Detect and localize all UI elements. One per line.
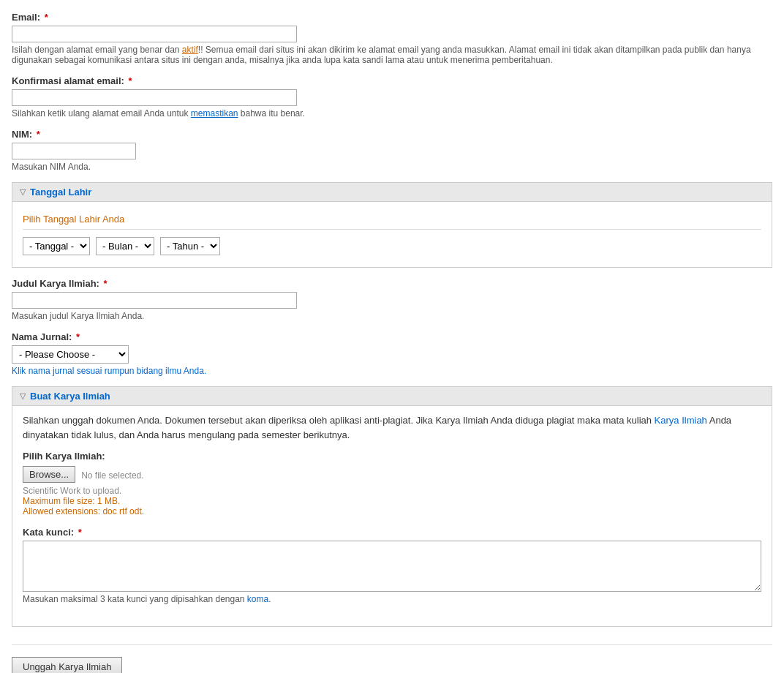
judul-group: Judul Karya Ilmiah: * Masukan judul Kary… <box>12 278 772 321</box>
buat-karya-fieldset: ▽ Buat Karya Ilmiah Silahkan unggah doku… <box>12 386 772 627</box>
email-input[interactable] <box>12 26 297 42</box>
upload-hint1: Scientific Work to upload. <box>23 486 761 496</box>
konfirmasi-hint-memastikan: memastikan <box>191 108 238 119</box>
nama-jurnal-label: Nama Jurnal: * <box>12 331 772 342</box>
tahun-select[interactable]: - Tahun - <box>160 237 220 255</box>
nim-hint: Masukan NIM Anda. <box>12 162 772 172</box>
konfirmasi-hint: Silahkan ketik ulang alamat email Anda u… <box>12 108 772 119</box>
no-file-text: No file selected. <box>81 470 143 481</box>
buat-karya-legend-text: Buat Karya Ilmiah <box>30 391 110 402</box>
file-upload-row: Browse... No file selected. <box>23 466 761 483</box>
konfirmasi-group: Konfirmasi alamat email: * Silahkan keti… <box>12 75 772 119</box>
collapse-icon: ▽ <box>20 187 26 197</box>
judul-input[interactable] <box>12 292 297 309</box>
buat-karya-hint: Silahkan unggah dokumen Anda. Dokumen te… <box>23 413 761 442</box>
konfirmasi-hint-text2: bahwa itu benar. <box>238 108 305 119</box>
judul-label-text: Judul Karya Ilmiah: <box>12 278 99 289</box>
kata-kunci-label-text: Kata kunci: <box>23 527 74 538</box>
buat-karya-legend: ▽ Buat Karya Ilmiah <box>12 387 772 406</box>
kata-kunci-required: * <box>78 527 82 538</box>
nama-jurnal-group: Nama Jurnal: * - Please Choose - Klik na… <box>12 331 772 376</box>
date-selects-row: - Tanggal - - Bulan - - Tahun - <box>23 237 761 255</box>
konfirmasi-required: * <box>129 75 132 86</box>
submit-button[interactable]: Unggah Karya Ilmiah <box>12 657 122 673</box>
email-required: * <box>45 12 48 23</box>
email-group: Email: * Isilah dengan alamat email yang… <box>12 12 772 65</box>
kata-kunci-hint-koma: koma <box>247 594 268 604</box>
nim-label-text: NIM: <box>12 129 32 140</box>
buat-collapse-icon: ▽ <box>20 391 26 401</box>
tanggal-lahir-legend-text: Tanggal Lahir <box>30 187 91 198</box>
email-label: Email: * <box>12 12 772 23</box>
kata-kunci-hint: Masukan maksimal 3 kata kunci yang dipis… <box>23 594 761 604</box>
konfirmasi-label: Konfirmasi alamat email: * <box>12 75 772 86</box>
judul-label: Judul Karya Ilmiah: * <box>12 278 772 289</box>
upload-hint2: Maximum file size: 1 MB. <box>23 496 761 506</box>
bulan-select[interactable]: - Bulan - <box>96 237 154 255</box>
kata-kunci-hint-text1: Masukan maksimal 3 kata kunci yang dipis… <box>23 594 247 604</box>
pilih-karya-label-text: Pilih Karya Ilmiah: <box>23 451 105 462</box>
nama-jurnal-label-text: Nama Jurnal: <box>12 331 72 342</box>
pilih-karya-label: Pilih Karya Ilmiah: <box>23 451 761 462</box>
email-hint-text1: Isilah dengan alamat email yang benar da… <box>12 45 182 55</box>
nama-jurnal-hint: Klik nama jurnal sesuai rumpun bidang il… <box>12 366 772 376</box>
nim-label: NIM: * <box>12 129 772 140</box>
email-hint-aktif: aktif <box>182 45 198 55</box>
kata-kunci-label: Kata kunci: * <box>23 527 761 538</box>
browse-button[interactable]: Browse... <box>23 466 75 483</box>
nama-jurnal-required: * <box>76 331 80 342</box>
tanggal-select[interactable]: - Tanggal - <box>23 237 90 255</box>
judul-required: * <box>104 278 108 289</box>
buat-hint-karya: Karya Ilmiah <box>655 415 707 426</box>
upload-hint3: Allowed extensions: doc rtf odt. <box>23 506 761 516</box>
tanggal-lahir-fieldset: ▽ Tanggal Lahir Pilih Tanggal Lahir Anda… <box>12 182 772 268</box>
email-hint: Isilah dengan alamat email yang benar da… <box>12 45 772 65</box>
nim-group: NIM: * Masukan NIM Anda. <box>12 129 772 172</box>
buat-karya-body: Silahkan unggah dokumen Anda. Dokumen te… <box>12 406 772 626</box>
tanggal-lahir-body: Pilih Tanggal Lahir Anda - Tanggal - - B… <box>12 202 772 267</box>
page-container: Email: * Isilah dengan alamat email yang… <box>0 0 784 673</box>
nim-input[interactable] <box>12 143 136 159</box>
kata-kunci-hint-text2: . <box>268 594 271 604</box>
kata-kunci-textarea[interactable] <box>23 541 761 592</box>
kata-kunci-group: Kata kunci: * Masukan maksimal 3 kata ku… <box>23 527 761 604</box>
tanggal-lahir-legend: ▽ Tanggal Lahir <box>12 183 772 202</box>
submit-section: Unggah Karya Ilmiah <box>12 644 772 673</box>
nama-jurnal-select[interactable]: - Please Choose - <box>12 345 129 364</box>
judul-hint: Masukan judul Karya Ilmiah Anda. <box>12 311 772 321</box>
nim-required: * <box>37 129 40 140</box>
tanggal-lahir-hint: Pilih Tanggal Lahir Anda <box>23 209 761 230</box>
konfirmasi-input[interactable] <box>12 89 297 106</box>
konfirmasi-label-text: Konfirmasi alamat email: <box>12 75 124 86</box>
konfirmasi-hint-text1: Silahkan ketik ulang alamat email Anda u… <box>12 108 191 119</box>
buat-hint-text1: Silahkan unggah dokumen Anda. Dokumen te… <box>23 415 655 426</box>
email-label-text: Email: <box>12 12 40 23</box>
